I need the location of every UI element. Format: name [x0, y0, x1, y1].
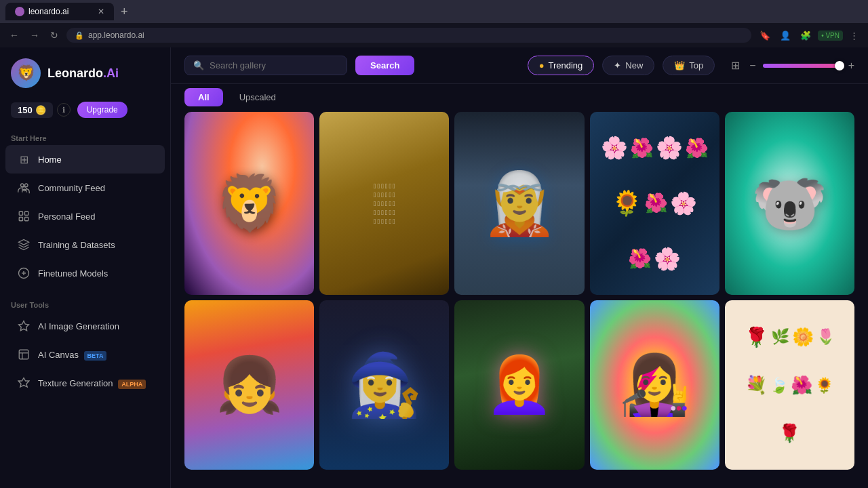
edit-button-koala[interactable]: ⊘	[831, 117, 849, 135]
gallery-item-colorful-girl[interactable]: 👩‍🎤 ✦ ⊘	[590, 300, 719, 470]
credits-row: 150 🪙 ℹ Upgrade	[0, 102, 170, 129]
expand-button-hieroglyph[interactable]: ⤢	[426, 117, 443, 135]
remix-button-pink-hair[interactable]: ✦	[521, 306, 538, 323]
community-icon	[16, 180, 31, 195]
top-icon: 👑	[674, 60, 685, 70]
gallery-item-lion[interactable]: 🦁 ✦ ⊘ ⤢	[184, 112, 314, 295]
sidebar-item-finetuned[interactable]: Finetuned Models	[5, 259, 165, 287]
edit-button-pink-hair[interactable]: ⊘	[541, 306, 559, 323]
view-controls: ⊞ − +	[728, 56, 854, 75]
expand-button-pink-hair[interactable]: ⤢	[561, 306, 579, 323]
texture-icon	[16, 375, 31, 390]
remix-button-hieroglyph[interactable]: ✦	[406, 117, 423, 135]
bookmark-button[interactable]: 🔖	[757, 29, 773, 42]
sidebar-item-texture[interactable]: Texture Generation ALPHA	[5, 369, 165, 397]
finetuned-icon	[16, 266, 31, 281]
credits-value: 150	[18, 105, 33, 115]
credits-icon: 🪙	[35, 105, 46, 115]
expand-button-anime[interactable]: ⤢	[291, 306, 309, 323]
gallery-item-floral2[interactable]: 🌹🌿🌼 🌷💐🍃 🌺🌻🌹	[725, 300, 854, 470]
expand-button-dark-warrior[interactable]: ⊘	[426, 306, 443, 323]
svg-rect-5	[19, 218, 22, 221]
zoom-slider[interactable]	[763, 64, 844, 68]
reload-button[interactable]: ↻	[47, 27, 61, 43]
edit-button-lion[interactable]: ⊘	[271, 117, 288, 135]
remix-button-warrior[interactable]: ✦	[521, 117, 538, 135]
vpn-badge: • VPN	[818, 30, 843, 41]
gallery-item-pink-hair[interactable]: 👩‍🦰 ✦ ⊘ ⤢	[454, 300, 584, 470]
tabs-row: All Upscaled	[171, 84, 868, 106]
sidebar-item-home[interactable]: ⊞ Home	[5, 145, 165, 174]
search-button[interactable]: Search	[355, 56, 414, 75]
grid-view-button[interactable]: ⊞	[728, 56, 743, 75]
svg-rect-3	[19, 211, 22, 215]
edit-button-anime[interactable]: ⊘	[271, 306, 288, 323]
zoom-in-button[interactable]: +	[848, 60, 854, 72]
edit-button-colorful-girl[interactable]: ⊘	[696, 306, 714, 323]
top-filter-button[interactable]: 👑 Top	[663, 56, 715, 75]
expand-button-flowers[interactable]: ⤢	[696, 117, 714, 135]
home-label: Home	[38, 155, 62, 165]
search-input[interactable]	[210, 60, 338, 70]
beta-badge: BETA	[84, 351, 107, 361]
zoom-handle[interactable]	[835, 61, 844, 70]
browser-tabs: leonardo.ai ✕ +	[0, 0, 868, 23]
training-label: Training & Datasets	[38, 240, 115, 250]
gallery-item-hieroglyph[interactable]: 𓀀𓁀𓂀𓃀𓄀𓅀 𓆀𓇀𓈀𓉀𓊀𓋀 𓌀𓍀𓎀𓏀𓐀𓑀 𓒀𓓀𓔀𓕀𓖀𓀀 𓁀𓂀𓃀𓄀𓅀𓆀 ✦ ⤢	[319, 112, 449, 295]
remix-button-flowers[interactable]: ✦	[656, 117, 673, 135]
ai-image-label: AI Image Generation	[38, 321, 119, 331]
forward-button[interactable]: →	[27, 27, 42, 43]
gallery-item-dark-warrior[interactable]: 🧙‍♀️ ⊘	[319, 300, 449, 470]
app-container: 🦁 Leonardo.Ai 150 🪙 ℹ Upgrade Start Here…	[0, 47, 868, 488]
back-button[interactable]: ←	[7, 27, 22, 43]
remix-button-lion[interactable]: ✦	[250, 117, 268, 135]
expand-button-lion[interactable]: ⤢	[291, 117, 309, 135]
gallery-row-2: 👧 ✦ ⊘ ⤢ 🧙‍♀️ ⊘	[184, 300, 854, 470]
remix-button-colorful-girl[interactable]: ✦	[676, 306, 694, 323]
new-tab-button[interactable]: +	[117, 5, 132, 19]
gallery-row-1: 🦁 ✦ ⊘ ⤢ 𓀀𓁀𓂀𓃀𓄀𓅀 𓆀𓇀𓈀𓉀𓊀𓋀 𓌀𓍀𓎀𓏀𓐀�	[184, 112, 854, 295]
sidebar-item-ai-canvas[interactable]: AI Canvas BETA	[5, 340, 165, 369]
remix-button-koala[interactable]: ✦	[811, 117, 829, 135]
profile-button[interactable]: 👤	[777, 29, 793, 42]
upgrade-button[interactable]: Upgrade	[77, 102, 127, 118]
url-bar[interactable]: 🔒 app.leonardo.ai	[66, 28, 751, 43]
tab-title: leonardo.ai	[28, 7, 68, 16]
svg-rect-4	[25, 211, 28, 215]
gallery-item-flowers[interactable]: 🌸🌺🌸 🌺🌻🌺 🌸🌺🌸 ✦ ⊘ ⤢	[590, 112, 719, 295]
main-toolbar: 🔍 Search ● Trending ✦ New 👑 Top ⊞ −	[171, 47, 868, 84]
remix-button-anime[interactable]: ✦	[250, 306, 268, 323]
gallery-item-anime[interactable]: 👧 ✦ ⊘ ⤢	[184, 300, 314, 470]
trending-icon: ●	[539, 60, 545, 70]
finetuned-label: Finetuned Models	[38, 268, 108, 279]
lock-icon: 🔒	[75, 31, 84, 40]
edit-button-flowers[interactable]: ⊘	[676, 117, 694, 135]
start-here-section: Start Here	[0, 129, 170, 145]
tab-close-button[interactable]: ✕	[98, 7, 104, 16]
alpha-badge: ALPHA	[118, 380, 146, 389]
svg-rect-9	[19, 350, 28, 359]
credits-info-button[interactable]: ℹ	[57, 103, 71, 117]
extensions-button[interactable]: 🧩	[797, 29, 814, 42]
sidebar-item-ai-image[interactable]: AI Image Generation	[5, 312, 165, 340]
sidebar-item-personal-feed[interactable]: Personal Feed	[5, 202, 165, 230]
sidebar-item-community-feed[interactable]: Community Feed	[5, 174, 165, 202]
new-filter-button[interactable]: ✦ New	[602, 56, 654, 75]
sidebar-item-training[interactable]: Training & Datasets	[5, 230, 165, 259]
home-icon: ⊞	[16, 152, 31, 167]
ai-canvas-label: AI Canvas BETA	[38, 350, 106, 360]
active-tab[interactable]: leonardo.ai ✕	[5, 3, 114, 20]
tab-upscaled[interactable]: Upscaled	[226, 88, 290, 106]
logo-suffix: .Ai	[103, 66, 119, 80]
gallery-item-warrior[interactable]: 🧝 ✦ ⊘ ⤢	[454, 112, 584, 295]
expand-button-warrior[interactable]: ⤢	[561, 117, 579, 135]
trending-filter-button[interactable]: ● Trending	[528, 56, 595, 75]
content-tabs: All Upscaled	[184, 88, 290, 106]
zoom-out-button[interactable]: −	[747, 57, 758, 75]
edit-button-warrior[interactable]: ⊘	[541, 117, 559, 135]
tab-all[interactable]: All	[184, 88, 223, 106]
browser-address-bar: ← → ↻ 🔒 app.leonardo.ai 🔖 👤 🧩 • VPN ⋮	[0, 23, 868, 47]
menu-button[interactable]: ⋮	[847, 29, 861, 42]
gallery-item-koala[interactable]: 🐨 ✦ ⊘	[725, 112, 854, 295]
gallery: 🦁 ✦ ⊘ ⤢ 𓀀𓁀𓂀𓃀𓄀𓅀 𓆀𓇀𓈀𓉀𓊀𓋀 𓌀𓍀𓎀𓏀𓐀�	[171, 106, 868, 488]
